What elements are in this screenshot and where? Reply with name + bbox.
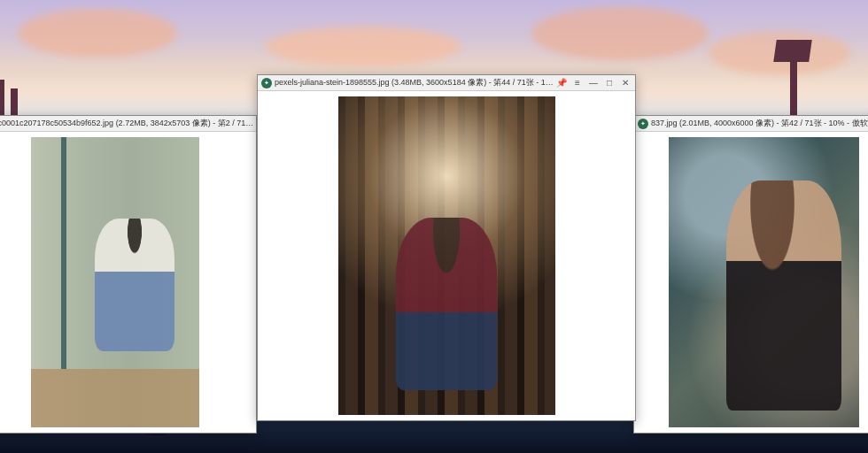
app-icon: ✦ <box>638 119 648 129</box>
displayed-image <box>31 137 199 427</box>
image-viewer-window-right[interactable]: ✦ 837.jpg (2.01MB, 4000x6000 像素) - 第42 /… <box>633 115 868 434</box>
window-title: 837.jpg (2.01MB, 4000x6000 像素) - 第42 / 7… <box>651 118 868 129</box>
maximize-button[interactable]: □ <box>601 76 617 90</box>
desktop-antenna <box>773 40 812 62</box>
desktop-cloud <box>266 27 461 66</box>
app-icon: ✦ <box>261 78 272 88</box>
menu-button[interactable]: ≡ <box>570 76 585 90</box>
window-title: 0fc0001c207178c50534b9f652.jpg (2.72MB, … <box>0 118 254 129</box>
window-title: pexels-juliana-stein-1898555.jpg (3.48MB… <box>275 77 554 88</box>
image-viewer-window-center[interactable]: ✦ pexels-juliana-stein-1898555.jpg (3.48… <box>257 74 636 421</box>
displayed-image <box>338 96 555 415</box>
minimize-button[interactable]: — <box>585 76 601 90</box>
titlebar[interactable]: ✦ 0fc0001c207178c50534b9f652.jpg (2.72MB… <box>0 116 256 132</box>
desktop-cloud <box>18 9 177 58</box>
window-controls: 📌 ≡ — □ ✕ <box>554 76 633 90</box>
pin-button[interactable]: 📌 <box>554 76 570 90</box>
close-button[interactable]: ✕ <box>617 76 633 90</box>
titlebar[interactable]: ✦ 837.jpg (2.01MB, 4000x6000 像素) - 第42 /… <box>634 116 868 132</box>
image-viewport[interactable] <box>258 91 635 420</box>
displayed-image <box>669 137 859 427</box>
desktop-cloud <box>531 7 709 60</box>
image-viewer-window-left[interactable]: ✦ 0fc0001c207178c50534b9f652.jpg (2.72MB… <box>0 115 257 434</box>
titlebar[interactable]: ✦ pexels-juliana-stein-1898555.jpg (3.48… <box>258 75 635 91</box>
image-viewport[interactable] <box>634 132 868 433</box>
image-viewport[interactable] <box>0 132 256 433</box>
